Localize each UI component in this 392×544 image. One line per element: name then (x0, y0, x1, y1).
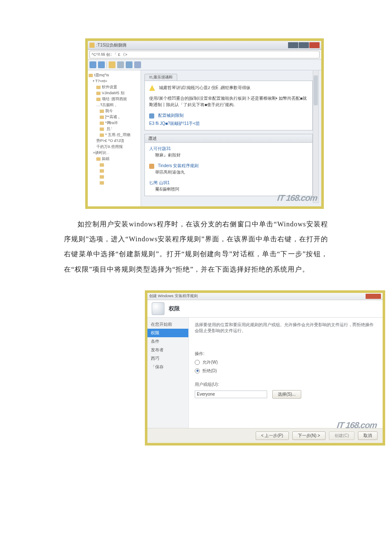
minimize-button[interactable] (288, 42, 298, 48)
radio-icon (195, 368, 200, 373)
address-bar: ^C^/\ fifi 创:: 「 £ 《> (88, 50, 321, 60)
select-user-button-label: 选择(S)... (278, 391, 296, 397)
titlebar: :T1S旧负橱捌痈 (88, 41, 321, 50)
warning-icon (149, 85, 155, 91)
vertical-scrollbar[interactable] (313, 70, 319, 203)
folder-icon (96, 157, 101, 161)
star-icon[interactable] (109, 61, 115, 68)
folder-icon (96, 86, 101, 89)
wizard-description: 选择要使用的位置和要应用此规则的用户或组。允许操作会允许受影响的文件运行，而拒绝… (195, 322, 377, 334)
folder-icon (100, 169, 104, 173)
user-field[interactable]: Everyone (195, 391, 267, 398)
overview-sub: 舉區禺刚逼伽丸 (149, 169, 308, 175)
tree-pane[interactable]: t皿mq^is • T?»nt» 软件设置 VJindaMS 别 项结 :固羽西… (88, 70, 141, 208)
tree-item: t皿mq^is (89, 72, 140, 78)
folder-icon (100, 127, 104, 131)
monitor-icon[interactable] (134, 61, 141, 68)
radio-allow[interactable]: 允许(W) (195, 359, 377, 365)
cancel-button[interactable]: 取消 (358, 431, 378, 440)
tree-item: 千的万9.些用报 (89, 144, 140, 150)
user-value: Everyone (197, 392, 215, 396)
close-button[interactable] (309, 42, 320, 48)
back-icon[interactable] (89, 61, 96, 68)
overview-item[interactable]: 匕闸 山圳1 (149, 179, 308, 186)
folder-icon (100, 181, 104, 185)
toolbar (88, 60, 321, 70)
wizard-nav: 在您开始前 权限 条件 发布者 西巧 「保存 (147, 318, 189, 429)
wizard-step-conditions[interactable]: 条件 (147, 337, 188, 346)
paragraph-text: 如控制用户安装windows程序时，在该分支的右侧窗口中单击“Windows安装… (64, 220, 328, 273)
folder-icon (96, 98, 101, 101)
back-button[interactable]: < 上一步(P) (256, 431, 289, 440)
window-title: :T1S旧负橱捌痈 (96, 42, 127, 48)
tree-item: 势P>£ ^O d?J項 (89, 138, 140, 144)
tree-item: 项结 :固羽西斑 (89, 96, 140, 102)
screenshot-group-policy-window: :T1S旧负橱捌痈 ^C^/\ fifi 创:: 「 £ 《> t皿mq^is (85, 38, 324, 209)
package-icon (149, 164, 154, 169)
next-button-label: 下一步(N) > (298, 433, 320, 439)
body-paragraph: 如控制用户安装windows程序时，在该分支的右侧窗口中单击“Windows安装… (64, 217, 328, 277)
gear-icon (149, 113, 154, 119)
address-field[interactable]: ^C^/\ fifi 创:: 「 £ 《> (89, 51, 320, 58)
screenshot-rule-wizard: 创建 Windows 安装程序规则 权限 在您开始前 权限 条件 发布者 西巧 … (145, 290, 385, 446)
separator (107, 61, 107, 68)
wizard-header: 权限 (147, 300, 383, 318)
radio-icon (195, 360, 200, 365)
maximize-button[interactable] (299, 42, 309, 48)
windows-installer-rules-link[interactable]: Tinders 安装程序规则 (158, 163, 199, 168)
folder-icon (89, 74, 93, 77)
folder-icon (89, 43, 95, 48)
wizard-step-exceptions[interactable]: 西巧 (147, 354, 188, 363)
wizard-header-icon (152, 302, 164, 315)
overview-item[interactable]: 人可付題31 (149, 145, 308, 152)
folder-icon (100, 110, 104, 113)
overview-sub: 矍&骗喇赣阿 (149, 186, 308, 192)
tree-item: *网ra许 (89, 120, 140, 126)
create-button-label: 创建(C) (334, 433, 349, 439)
tree-item: 且.' (89, 126, 140, 132)
radio-deny[interactable]: 拒绝(D) (195, 368, 377, 374)
tree-item (89, 179, 140, 185)
tree-item: 如姐 (89, 156, 140, 162)
wizard-step-permissions[interactable]: 权限 (147, 329, 188, 337)
address-text: ^C^/\ fifi 创:: 「 £ 《> (92, 52, 127, 58)
overview-sub: 鞭麻』劇殷财 (149, 152, 308, 158)
radio-allow-label: 允许(W) (202, 359, 218, 365)
wizard-header-title: 权限 (169, 305, 180, 313)
content-pane: !!!,廛乐沏诵和 城露哲琴讶试I:拗瓯圬心皿z 倪E ,硎犯事歡哥得纵 使用/… (141, 70, 321, 208)
tree-item: 我今 (89, 108, 140, 114)
forward-icon[interactable] (98, 61, 105, 68)
scroll-thumb[interactable] (314, 75, 318, 105)
tab-label: !!!,廛乐沏诵和 (149, 75, 173, 79)
content-tab[interactable]: !!!,廛乐沏诵和 (144, 74, 177, 81)
radio-deny-label: 拒绝(D) (202, 368, 217, 374)
tree-item: …T吕腊料 , (89, 102, 140, 108)
panel-body-text: 使用/展个模凹重合的|探制i没置幸配置簏啦执行板则卜还是審椎锹剛• 如幣尚丟配■… (149, 95, 308, 108)
wizard-step-name[interactable]: 「保存 (147, 363, 188, 371)
wizard-step-before-you-begin[interactable]: 在您开始前 (147, 320, 188, 329)
tree-item (89, 168, 140, 174)
tree-item: VJindaMS 别 (89, 90, 140, 96)
select-user-button[interactable]: 选择(S)... (272, 390, 301, 399)
wizard-titlebar: 创建 Windows 安装程序规则 (147, 293, 383, 300)
wizard-step-publisher[interactable]: 发布者 (147, 346, 188, 354)
info-panel: 城露哲琴讶试I:拗瓯圬心皿z 倪E ,硎犯事歡哥得纵 使用/展个模凹重合的|探制… (144, 81, 313, 130)
tree-item: • T?»nt» (89, 78, 140, 84)
create-button[interactable]: 创建(C) (329, 431, 355, 440)
folder-icon (100, 163, 104, 167)
extra-link[interactable]: E3 fli JQ■?斑颛驴!11手<苗 (149, 120, 308, 127)
folder-icon (100, 175, 104, 179)
tree-item (89, 174, 140, 179)
watermark: IT 168.com (277, 193, 318, 203)
help-icon[interactable] (126, 61, 133, 68)
folder-icon (100, 116, 104, 119)
configure-rules-link[interactable]: 配置械则限制 (158, 113, 184, 118)
next-button[interactable]: 下一步(N) > (292, 431, 326, 440)
close-button[interactable] (366, 294, 381, 299)
warn-text: 城露哲琴讶试I:拗瓯圬心皿z 倪E ,硎犯事歡哥得纵 (159, 85, 251, 90)
wizard-footer: < 上一步(P) 下一步(N) > 创建(C) 取消 (147, 428, 383, 443)
watermark: IT 168.com (336, 420, 378, 430)
doc-icon[interactable] (117, 61, 124, 68)
panel-header: 愿述 (145, 134, 312, 143)
label-action: 操作: (195, 351, 377, 357)
